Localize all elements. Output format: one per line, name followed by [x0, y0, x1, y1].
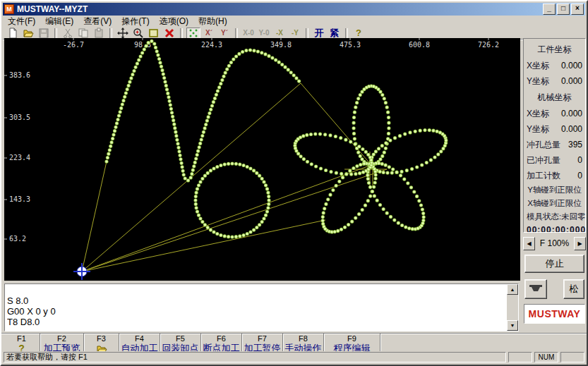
punch-dot: [380, 93, 384, 97]
status-help-text: 若要获取帮助，请按 F1: [4, 352, 506, 362]
punch-dot: [265, 210, 269, 214]
feed-increase-button[interactable]: ▶: [574, 237, 586, 250]
punch-dot: [318, 133, 322, 136]
new-file-icon[interactable]: [6, 28, 20, 39]
punch-dot: [368, 195, 372, 198]
title-bar: M MUSTWAY--MYZT _ □ ×: [3, 3, 585, 16]
punch-dot: [395, 171, 399, 174]
punch-dot: [213, 97, 217, 100]
copy-icon[interactable]: [76, 28, 90, 39]
show-points-icon[interactable]: [186, 28, 200, 39]
punch-dot: [200, 138, 203, 141]
punch-dot: [344, 172, 348, 176]
punch-dot: [156, 54, 160, 57]
punch-dot: [197, 183, 200, 187]
x-axis-check-icon[interactable]: X´: [202, 28, 216, 39]
cut-icon[interactable]: [61, 28, 75, 39]
punch-dot: [189, 176, 193, 179]
punch-dot: [246, 165, 249, 169]
info-row-3: 机械坐标: [527, 89, 582, 106]
gcode-line-1: S 8.0: [7, 295, 505, 306]
punch-dot: [155, 49, 159, 53]
move-view-icon[interactable]: [116, 28, 130, 39]
x-to-zero-icon[interactable]: X-0: [241, 28, 256, 39]
punch-dot: [169, 103, 172, 106]
help-icon[interactable]: ?: [352, 28, 366, 39]
ruler-top-label: 475.3: [340, 41, 361, 49]
punch-dot: [121, 102, 124, 106]
punch-dot: [158, 61, 162, 64]
feed-decrease-button[interactable]: ◀: [523, 237, 535, 250]
gcode-scrollbar[interactable]: ▲ ▼: [507, 284, 518, 331]
clamp-tight-button[interactable]: 紧: [328, 28, 342, 39]
save-file-icon[interactable]: [37, 28, 51, 39]
punch-dot: [172, 123, 176, 126]
punch-dot: [203, 174, 207, 178]
punch-dot: [384, 147, 388, 150]
close-button[interactable]: ×: [571, 4, 584, 15]
punch-dot: [150, 39, 153, 43]
punch-dot: [378, 203, 382, 207]
punch-dot: [372, 85, 376, 88]
punch-dot: [106, 156, 109, 159]
menu-bar: 文件(F)编辑(E)查看(V)操作(T)选项(O)帮助(H): [3, 16, 585, 27]
punch-dot: [337, 180, 341, 183]
punch-dot: [203, 223, 207, 226]
punch-dot: [140, 51, 144, 54]
rect-select-icon[interactable]: [147, 28, 161, 39]
info-value: 0.000: [561, 121, 582, 137]
window-title: MUSTWAY--MYZT: [17, 4, 541, 14]
punch-dot: [208, 111, 211, 115]
punch-dot: [353, 111, 356, 114]
punch-dot: [419, 129, 422, 133]
punch-dot: [246, 232, 249, 236]
punch-dot: [321, 215, 325, 219]
punch-dot: [350, 220, 354, 224]
punch-dot: [399, 173, 402, 177]
punch-dot: [292, 73, 296, 77]
punch-dot: [230, 161, 234, 165]
punch-dot: [328, 133, 332, 137]
clamp-button[interactable]: [524, 279, 547, 299]
punch-dot: [262, 180, 265, 183]
minus-x-icon[interactable]: -X: [272, 28, 287, 39]
clamp-open-button[interactable]: 开: [312, 28, 326, 39]
loose-button[interactable]: 松: [563, 279, 584, 299]
punch-dot: [197, 214, 200, 217]
paste-icon[interactable]: [92, 28, 106, 39]
minus-y-icon[interactable]: -Y: [288, 28, 302, 39]
rapid-move-line: [82, 169, 387, 272]
punch-dot: [121, 99, 125, 102]
gcode-viewer[interactable]: S 8.0G00 X 0 y 0T8 D8.0 ▲ ▼: [4, 283, 519, 331]
y-to-zero-icon[interactable]: Y-0: [257, 28, 271, 39]
open-file-icon[interactable]: [21, 28, 35, 39]
info-value: 0: [577, 168, 582, 183]
menu-item-1[interactable]: 编辑(E): [40, 15, 78, 28]
menu-item-3[interactable]: 操作(T): [116, 15, 154, 28]
punch-dot: [175, 138, 179, 142]
punch-dot: [374, 177, 378, 181]
restore-button[interactable]: □: [557, 4, 570, 15]
punch-dot: [417, 199, 421, 202]
punch-dot: [314, 164, 318, 168]
y-axis-check-icon[interactable]: Y´: [217, 28, 232, 39]
menu-item-2[interactable]: 查看(V): [78, 15, 116, 28]
punch-dot: [229, 61, 233, 64]
menu-item-5[interactable]: 帮助(H): [193, 15, 232, 28]
menu-item-4[interactable]: 选项(O): [155, 15, 193, 28]
drawing-canvas[interactable]: -26.798.8224.3349.8475.3600.8726.2383.63…: [4, 38, 520, 281]
zoom-icon[interactable]: [131, 28, 145, 39]
punch-dot: [324, 202, 328, 206]
stop-button[interactable]: 停止: [524, 255, 584, 273]
punch-dot: [203, 126, 207, 130]
punch-dot: [173, 126, 176, 130]
scroll-down-icon[interactable]: ▼: [507, 320, 518, 331]
punch-dot: [377, 147, 380, 150]
punch-dot: [206, 171, 210, 175]
punch-dot: [333, 230, 337, 233]
punch-dot: [310, 162, 313, 166]
delete-icon[interactable]: [162, 28, 176, 39]
menu-item-0[interactable]: 文件(F): [3, 15, 40, 28]
minimize-button[interactable]: _: [543, 4, 556, 15]
scroll-up-icon[interactable]: ▲: [507, 284, 518, 295]
